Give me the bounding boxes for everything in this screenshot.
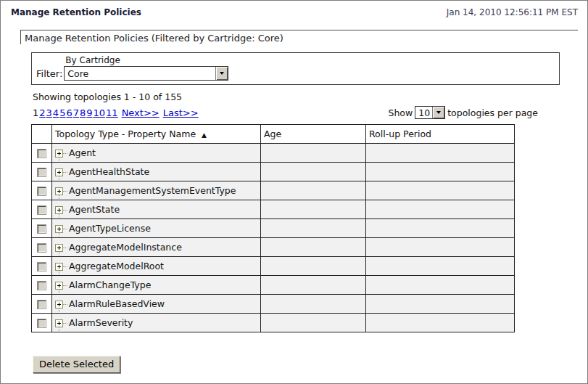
table-row: Agent	[32, 144, 515, 163]
showing-summary: Showing topologies 1 - 10 of 155	[33, 91, 578, 102]
row-checkbox[interactable]	[37, 319, 46, 328]
topology-name-cell: AlarmSeverity	[52, 314, 261, 332]
topology-type-label: AlarmSeverity	[69, 317, 133, 328]
pager-row: 1234567891011Next>>Last>> Show 10 topolo…	[33, 106, 538, 119]
pagination-pages: 234567891011	[38, 107, 117, 118]
checkbox-cell	[32, 257, 52, 276]
table-row: AgentManagementSystemEventType	[32, 181, 515, 200]
topology-type-label: AggregateModelInstance	[69, 242, 182, 253]
table-row: AgentState	[32, 200, 515, 219]
page-link-2[interactable]: 2	[39, 107, 45, 118]
expand-plus-icon[interactable]	[55, 150, 67, 158]
checkbox-cell	[32, 181, 52, 200]
age-cell	[261, 219, 366, 238]
checkbox-cell	[32, 238, 52, 257]
filter-label: Filter:	[36, 68, 62, 79]
expand-plus-icon[interactable]	[55, 206, 67, 214]
age-cell	[261, 163, 366, 181]
topology-type-label: AgentHealthState	[69, 166, 149, 177]
topology-name-cell: AgentManagementSystemEventType	[52, 181, 261, 200]
filter-field: By Cartridge Core	[64, 55, 228, 81]
topology-type-label: AgentState	[69, 204, 120, 215]
table-row: AlarmRuleBasedView	[32, 295, 515, 314]
age-cell	[261, 144, 366, 163]
cartridge-select[interactable]: Core	[64, 66, 228, 81]
topology-name-cell: AlarmChangeType	[52, 276, 261, 295]
show-label: Show	[388, 107, 413, 118]
page-link-6[interactable]: 6	[66, 107, 72, 118]
topology-type-label: AlarmRuleBasedView	[69, 298, 165, 309]
row-checkbox[interactable]	[37, 243, 46, 253]
row-checkbox[interactable]	[37, 281, 46, 290]
page-title: Manage Retention Policies	[11, 7, 141, 17]
page-link-7[interactable]: 7	[73, 107, 79, 118]
rollup-cell	[366, 144, 515, 163]
page-size-suffix: topologies per page	[447, 107, 538, 118]
topology-type-label: AgentManagementSystemEventType	[69, 185, 236, 196]
page-link-11[interactable]: 11	[106, 107, 118, 118]
name-column-header: Topology Type - Property Name▲	[52, 125, 261, 144]
page-link-4[interactable]: 4	[53, 107, 59, 118]
row-checkbox[interactable]	[37, 262, 46, 271]
row-checkbox[interactable]	[37, 187, 46, 196]
by-cartridge-label: By Cartridge	[65, 55, 228, 65]
expand-plus-icon[interactable]	[55, 282, 67, 290]
rollup-cell	[366, 163, 515, 181]
row-checkbox[interactable]	[37, 224, 46, 234]
next-page-link[interactable]: Next>>	[122, 107, 160, 118]
checkbox-cell	[32, 314, 52, 332]
last-page-link[interactable]: Last>>	[163, 107, 199, 118]
dropdown-arrow-icon[interactable]	[215, 67, 228, 80]
expand-plus-icon[interactable]	[55, 301, 67, 309]
age-cell	[261, 200, 366, 219]
row-checkbox[interactable]	[37, 205, 46, 215]
top-bar: Manage Retention Policies Jan 14, 2010 1…	[1, 1, 587, 23]
timestamp: Jan 14, 2010 12:56:11 PM EST	[447, 7, 578, 17]
expand-plus-icon[interactable]	[55, 168, 67, 176]
rollup-cell	[366, 314, 515, 332]
page-link-8[interactable]: 8	[80, 107, 86, 118]
filter-box: Filter: By Cartridge Core	[31, 52, 560, 85]
rollup-cell	[366, 219, 515, 238]
expand-plus-icon[interactable]	[55, 187, 67, 195]
rollup-cell	[366, 295, 515, 314]
page-size-control: Show 10 topologies per page	[388, 106, 538, 119]
age-cell	[261, 276, 366, 295]
expand-plus-icon[interactable]	[55, 244, 67, 252]
page-link-3[interactable]: 3	[46, 107, 52, 118]
row-checkbox[interactable]	[37, 149, 46, 158]
page-link-10[interactable]: 10	[94, 107, 106, 118]
topology-type-label: AgentTypeLicense	[69, 223, 151, 234]
topology-name-cell: AgentHealthState	[52, 163, 261, 181]
table-row: AlarmSeverity	[32, 314, 515, 332]
checkbox-cell	[32, 163, 52, 181]
dropdown-arrow-icon[interactable]	[432, 107, 444, 118]
age-column-header: Age	[261, 125, 366, 144]
topology-name-cell: Agent	[52, 144, 261, 163]
checkbox-cell	[32, 276, 52, 295]
row-checkbox[interactable]	[37, 300, 46, 309]
rollup-cell	[366, 200, 515, 219]
page-link-5[interactable]: 5	[59, 107, 65, 118]
table-row: AgentTypeLicense	[32, 219, 515, 238]
age-cell	[261, 257, 366, 276]
checkbox-cell	[32, 295, 52, 314]
checkbox-cell	[32, 219, 52, 238]
page-size-select[interactable]: 10	[415, 106, 445, 119]
expand-plus-icon[interactable]	[55, 263, 67, 271]
delete-selected-button[interactable]: Delete Selected	[33, 356, 120, 373]
table-row: AgentHealthState	[32, 163, 515, 181]
age-cell	[261, 295, 366, 314]
expand-plus-icon[interactable]	[55, 319, 67, 327]
row-checkbox[interactable]	[37, 168, 46, 177]
topology-type-label: Agent	[69, 147, 96, 158]
table-row: AggregateModelRoot	[32, 257, 515, 276]
rollup-column-header: Roll-up Period	[366, 125, 515, 144]
cartridge-select-value: Core	[65, 68, 88, 79]
page-link-9[interactable]: 9	[86, 107, 92, 118]
table-header-row: Topology Type - Property Name▲ Age Roll-…	[32, 125, 515, 144]
expand-plus-icon[interactable]	[55, 225, 67, 233]
pagination: 1234567891011Next>>Last>>	[33, 107, 199, 118]
sort-by-name-link[interactable]: Topology Type - Property Name	[55, 128, 196, 139]
checkbox-cell	[32, 200, 52, 219]
